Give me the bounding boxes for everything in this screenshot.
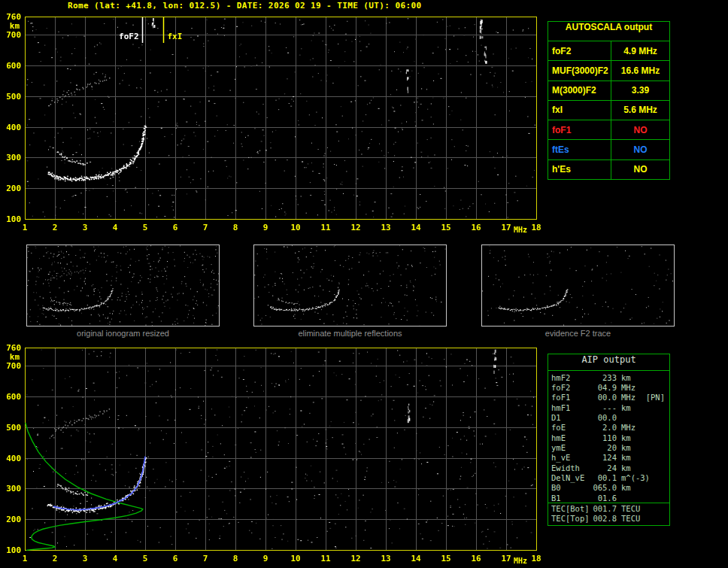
aip-row-foE: foE2.0MHz xyxy=(548,423,669,433)
aip-row-D1: D100.0 xyxy=(548,412,669,422)
aip-label: foF2 xyxy=(551,383,592,392)
aip-label: DelN_vE xyxy=(551,473,592,482)
autoscala-param-value: 4.9 MHz xyxy=(611,41,669,60)
autoscala-param-label: foF1 xyxy=(548,120,611,139)
aip-table-title: AIP output xyxy=(548,354,669,371)
autoscala-param-value: 16.6 MHz xyxy=(611,61,669,80)
aip-label: Ewidth xyxy=(551,463,592,472)
autoscala-param-value: 3.39 xyxy=(611,81,669,100)
aip-label: B0 xyxy=(551,483,592,492)
restored-ionogram-plot xyxy=(0,343,545,568)
autoscala-row-h'Es: h'EsNO xyxy=(548,160,669,179)
aip-label: foE xyxy=(551,423,592,432)
aip-unit: TECU xyxy=(617,504,645,513)
autoscala-param-label: ftEs xyxy=(548,140,611,159)
autoscala-table-title: AUTOSCALA output xyxy=(548,22,669,41)
aip-value: 20 xyxy=(592,443,617,452)
autoscala-param-value: NO xyxy=(611,120,669,139)
aip-value: 065.0 xyxy=(592,483,617,492)
aip-unit: km xyxy=(617,403,645,412)
thumbnail-caption-f2-trace: evidence F2 trace xyxy=(481,329,675,338)
aip-value: --- xyxy=(592,403,617,412)
aip-table-body: hmF2233kmfoF204.9MHzfoF100.0MHz[PN]hmF1-… xyxy=(548,371,669,525)
autoscala-param-label: M(3000)F2 xyxy=(548,81,611,100)
aip-row-DelN_vE: DelN_vE00.1m^(-3) xyxy=(548,472,669,482)
autoscala-row-foF2: foF24.9 MHz xyxy=(548,41,669,61)
autoscala-param-value: NO xyxy=(611,140,669,159)
autoscala-param-label: foF2 xyxy=(548,41,611,60)
aip-value: 00.1 xyxy=(592,473,617,482)
thumbnail-no-multiples-canvas xyxy=(254,245,446,326)
aip-row-foF1: foF100.0MHz[PN] xyxy=(548,393,669,402)
aip-row-Ewidth: Ewidth24km xyxy=(548,463,669,472)
aip-unit: km xyxy=(617,483,645,492)
autoscala-output-table: AUTOSCALA output foF24.9 MHzMUF(3000)F21… xyxy=(548,21,670,180)
aip-label: TEC[Top] xyxy=(551,514,592,523)
autoscala-param-label: fxI xyxy=(548,101,611,120)
thumbnail-original-canvas xyxy=(27,245,219,326)
thumbnail-caption-original: original ionogram resized xyxy=(26,329,220,338)
aip-value: 110 xyxy=(592,433,617,442)
aip-row-TEC[Bot]: TEC[Bot]001.7TECU xyxy=(548,503,669,513)
autoscala-param-label: h'Es xyxy=(548,160,611,179)
aip-value: 00.0 xyxy=(592,413,617,422)
aip-label: hmE xyxy=(551,433,592,442)
autoscala-window: Rome (lat: +41.8, lon: 012.5) - DATE: 20… xyxy=(0,0,728,568)
station-title: Rome (lat: +41.8, lon: 012.5) - DATE: 20… xyxy=(68,1,422,11)
aip-row-B0: B0065.0km xyxy=(548,483,669,493)
autoscala-row-foF1: foF1NO xyxy=(548,120,669,140)
aip-label: TEC[Bot] xyxy=(551,504,592,513)
aip-row-foF2: foF204.9MHz xyxy=(548,382,669,392)
aip-unit: m^(-3) xyxy=(617,473,645,482)
thumbnail-caption-no-multiples: eliminate multiple reflections xyxy=(253,329,447,338)
aip-row-hmF1: hmF1---km xyxy=(548,402,669,412)
aip-row-hmE: hmE110km xyxy=(548,433,669,442)
aip-value: 233 xyxy=(592,373,617,382)
aip-value: 2.0 xyxy=(592,423,617,432)
autoscala-table-body: foF24.9 MHzMUF(3000)F216.6 MHzM(3000)F23… xyxy=(548,41,669,179)
thumbnail-no-multiples xyxy=(253,245,447,327)
aip-label: D1 xyxy=(551,413,592,422)
autoscala-row-fxI: fxI5.6 MHz xyxy=(548,101,669,120)
aip-row-ymE: ymE20km xyxy=(548,442,669,452)
aip-unit: km xyxy=(617,373,645,382)
aip-value: 24 xyxy=(592,463,617,472)
autoscala-param-value: 5.6 MHz xyxy=(611,101,669,120)
aip-value: 04.9 xyxy=(592,383,617,392)
aip-unit: MHz xyxy=(617,383,645,392)
aip-value: 001.7 xyxy=(592,504,617,513)
aip-unit: km xyxy=(617,443,645,452)
aip-row-TEC[Top]: TEC[Top]002.8TECU xyxy=(548,514,669,524)
aip-value: 002.8 xyxy=(592,514,617,523)
aip-label: h_vE xyxy=(551,453,592,462)
aip-unit: km xyxy=(617,453,645,462)
aip-label: hmF1 xyxy=(551,403,592,412)
autoscala-param-value: NO xyxy=(611,160,669,179)
aip-label: hmF2 xyxy=(551,373,592,382)
autoscala-row-ftEs: ftEsNO xyxy=(548,140,669,159)
aip-unit: km xyxy=(617,463,645,472)
aip-unit: TECU xyxy=(617,514,645,523)
aip-row-B1: B101.6 xyxy=(548,493,669,503)
aip-label: ymE xyxy=(551,443,592,452)
aip-unit: km xyxy=(617,433,645,442)
aip-row-hmF2: hmF2233km xyxy=(548,372,669,382)
aip-label: foF1 xyxy=(551,393,592,402)
aip-label: B1 xyxy=(551,494,592,503)
autoscala-row-M(3000)F2: M(3000)F23.39 xyxy=(548,81,669,101)
aip-value: 01.6 xyxy=(592,494,617,503)
autoscala-param-label: MUF(3000)F2 xyxy=(548,61,611,80)
thumbnail-original-ionogram xyxy=(26,245,220,327)
aip-output-table: AIP output hmF2233kmfoF204.9MHzfoF100.0M… xyxy=(548,354,670,526)
aip-value: 124 xyxy=(592,453,617,462)
aip-extra: [PN] xyxy=(645,393,666,402)
aip-unit: MHz xyxy=(617,423,645,432)
thumbnail-f2-trace-canvas xyxy=(482,245,674,326)
aip-row-h_vE: h_vE124km xyxy=(548,453,669,463)
thumbnail-f2-trace xyxy=(481,245,675,327)
main-ionogram-plot xyxy=(0,12,545,238)
aip-value: 00.0 xyxy=(592,393,617,402)
aip-unit: MHz xyxy=(617,393,645,402)
autoscala-row-MUF(3000)F2: MUF(3000)F216.6 MHz xyxy=(548,61,669,80)
